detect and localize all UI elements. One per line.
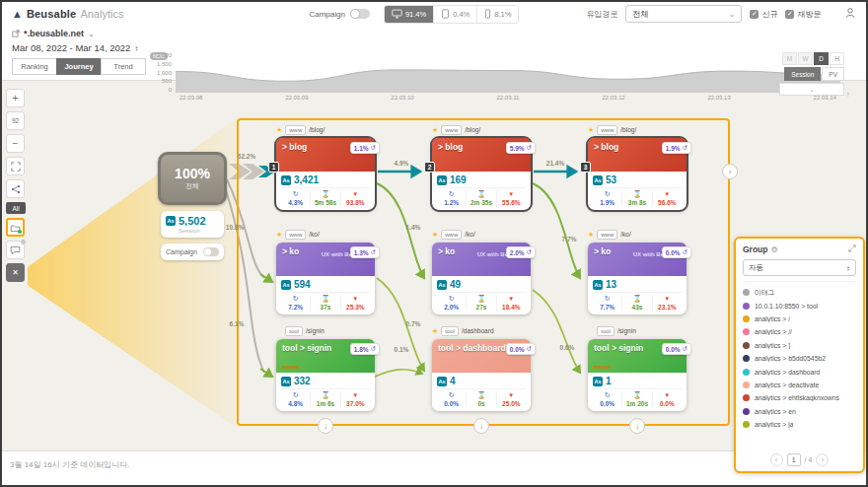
zoom-in-button[interactable]: + — [6, 89, 25, 107]
tab-ranking[interactable]: Ranking — [12, 58, 57, 75]
chevron-down-icon: ⌄ — [88, 30, 95, 38]
device-segment: 91.4% 0.4% 8.1% — [384, 5, 520, 24]
node-tag-row: ★ www /ko/ — [588, 229, 687, 240]
start-percent: 100% — [175, 166, 210, 181]
node-card[interactable]: 2 > blog 5.9%↺ As 169 ↻ 1.2% ⌛ — [432, 138, 531, 210]
metric-pv-button[interactable]: PV — [822, 67, 844, 81]
close-tool-button[interactable]: ✕ — [6, 263, 25, 282]
group-legend-item[interactable]: analytics > b5dd0545b2 — [743, 352, 856, 365]
reload-rate-badge[interactable]: 2.0%↺ — [506, 246, 536, 258]
gear-icon[interactable]: ⚙ — [771, 245, 778, 254]
group-legend-item[interactable]: analytics > // — [743, 325, 856, 338]
session-trend-chart[interactable] — [176, 52, 840, 93]
checkbox-new[interactable]: ✓ 신규 — [750, 9, 777, 20]
flow-node[interactable]: ★ www /blog/ 2 > blog 5.9%↺ As 169 ↻ 1.2… — [432, 124, 531, 210]
device-tablet-button[interactable]: 0.4% — [434, 6, 477, 23]
node-card[interactable]: > ko UX with Beusable 0.0%↺ As 13 ↻ 7.7%… — [588, 243, 687, 314]
tree-view-button[interactable] — [6, 179, 25, 198]
exit-rate-value: 23.1% — [658, 304, 676, 311]
reload-rate-badge[interactable]: 0.0%↺ — [506, 343, 536, 355]
node-card[interactable]: 1 > blog 1.1%↺ As 3,421 ↻ 4.3% ⌛ — [276, 138, 375, 210]
expand-down-button[interactable]: ↓ — [473, 418, 489, 434]
group-legend-item[interactable]: analytics > en — [743, 405, 856, 418]
feedback-button[interactable] — [6, 241, 25, 259]
flow-node[interactable]: ★ www /blog/ 3 > blog 1.9%↺ As 53 ↻ 1.9% — [588, 124, 687, 210]
exit-metric: ▼ 93.8% — [341, 190, 370, 206]
expand-down-button[interactable]: ↓ — [318, 418, 333, 434]
group-pagination: ‹ 1 / 4 › — [743, 450, 856, 466]
reload-rate-badge[interactable]: 1.9%↺ — [662, 142, 691, 154]
site-selector[interactable]: *.beusable.net ⌄ — [12, 29, 160, 38]
campaign-card-toggle[interactable] — [203, 247, 219, 256]
group-legend-item[interactable]: 10.0.1.10:8550 > tool — [743, 299, 856, 312]
granularity-day-button[interactable]: D — [814, 52, 829, 65]
star-icon[interactable]: ★ — [432, 327, 438, 335]
star-icon[interactable]: ★ — [588, 231, 594, 239]
date-range-picker[interactable]: Mar 08, 2022 - Mar 14, 2022 ▲▼ — [12, 42, 160, 53]
flow-node[interactable]: ★ tool /signin tool > signin 0.0%↺ As 1 … — [588, 325, 687, 411]
checkbox-revisit[interactable]: ✓ 재방문 — [785, 9, 821, 20]
node-card[interactable]: tool > signin 0.0%↺ As 1 ↻ 0.0% ⌛ 1m 20s — [588, 339, 687, 411]
granularity-week-button[interactable]: W — [798, 52, 813, 65]
group-legend-item[interactable]: analytics > ehtlskaqknxowns — [743, 391, 856, 404]
chart-y-axis: 2,000 1,500 1,000 500 0 — [148, 52, 172, 93]
group-legend-item[interactable]: 미태그 — [743, 286, 856, 299]
group-color-dot — [743, 315, 750, 322]
granularity-month-button[interactable]: M — [782, 52, 797, 65]
expand-right-button[interactable]: › — [722, 164, 738, 179]
node-card[interactable]: 3 > blog 1.9%↺ As 53 ↻ 1.9% ⌛ — [588, 138, 687, 210]
node-card[interactable]: tool > dashboard 0.0%↺ As 4 ↻ 0.0% ⌛ 0s — [432, 339, 531, 411]
node-card[interactable]: > ko UX with Beusable 2.0%↺ As 49 ↻ 2.0%… — [432, 243, 531, 314]
group-mode-select[interactable]: 자동 ▲▼ — [743, 259, 856, 276]
reload-rate-value: 1.8% — [354, 346, 369, 353]
prev-page-button[interactable]: ‹ — [770, 453, 783, 466]
granularity-hour-button[interactable]: H — [830, 52, 844, 65]
device-mobile-button[interactable]: 8.1% — [477, 6, 518, 23]
expand-icon[interactable] — [848, 244, 856, 254]
star-icon[interactable]: ★ — [276, 126, 282, 134]
beusable-logo-icon: ▲ — [12, 8, 23, 20]
expand-down-button[interactable]: ↓ — [629, 418, 645, 434]
group-tool-button[interactable] — [6, 218, 25, 237]
group-legend-item[interactable]: analytics > dashboard — [743, 365, 856, 378]
group-legend-item[interactable]: analytics > ja — [743, 418, 856, 431]
tab-journey[interactable]: Journey — [56, 58, 102, 75]
campaign-toggle[interactable] — [350, 9, 370, 19]
reload-rate-badge[interactable]: 0.0%↺ — [662, 343, 691, 355]
node-card[interactable]: > ko UX with Beusable 1.3%↺ As 594 ↻ 7.2… — [276, 243, 375, 314]
refresh-icon: ↻ — [449, 391, 455, 399]
user-account-icon[interactable] — [844, 5, 856, 23]
star-icon[interactable]: ★ — [432, 126, 438, 134]
flow-node[interactable]: ★ tool /dashboard tool > dashboard 0.0%↺… — [432, 325, 531, 411]
flow-node[interactable]: ★ www /blog/ 1 > blog 1.1%↺ As 3,421 ↻ 4… — [276, 124, 375, 210]
star-icon[interactable]: ★ — [432, 231, 438, 239]
reload-rate-badge[interactable]: 1.1%↺ — [350, 142, 380, 154]
reload-rate-badge[interactable]: 0.0%↺ — [662, 246, 691, 258]
node-session-count: 3,421 — [294, 174, 319, 185]
start-total-node[interactable]: 100% 전체 — [158, 152, 227, 205]
node-tag-row: ★ tool /signin — [276, 325, 375, 336]
flow-node[interactable]: ★ www /ko/ > ko UX with Beusable 1.3%↺ A… — [276, 229, 375, 314]
group-legend-item[interactable]: analytics > ] — [743, 339, 856, 352]
flow-node[interactable]: ★ www /ko/ > ko UX with Beusable 2.0%↺ A… — [432, 229, 531, 314]
reload-icon: ↺ — [371, 248, 376, 256]
zoom-out-button[interactable]: − — [6, 134, 25, 153]
device-desktop-button[interactable]: 91.4% — [385, 6, 434, 23]
node-card[interactable]: tool > signin 1.8%↺ As 332 ↻ 4.8% ⌛ 1m 6… — [276, 339, 375, 411]
node-domain-pill: www — [597, 230, 617, 240]
reload-rate-badge[interactable]: 5.9%↺ — [506, 142, 536, 154]
flow-node[interactable]: ★ www /ko/ > ko UX with Beusable 0.0%↺ A… — [588, 229, 687, 314]
fit-screen-button[interactable] — [6, 157, 25, 175]
star-icon[interactable]: ★ — [588, 126, 594, 134]
reload-rate-badge[interactable]: 1.8%↺ — [350, 343, 380, 355]
chart-collapse-button[interactable]: ⌄ — [779, 83, 844, 96]
group-legend-item[interactable]: analytics > deactivate — [743, 379, 856, 391]
tab-trend[interactable]: Trend — [101, 58, 146, 75]
reload-rate-badge[interactable]: 1.3%↺ — [350, 246, 380, 258]
next-page-button[interactable]: › — [816, 453, 829, 466]
star-icon[interactable]: ★ — [276, 231, 282, 239]
group-legend-item[interactable]: analytics > / — [743, 313, 856, 325]
metric-session-button[interactable]: Session — [784, 67, 821, 81]
channel-select[interactable]: 전체 ⌄ — [625, 5, 742, 23]
flow-node[interactable]: ★ tool /signin tool > signin 1.8%↺ As 33… — [276, 325, 375, 411]
